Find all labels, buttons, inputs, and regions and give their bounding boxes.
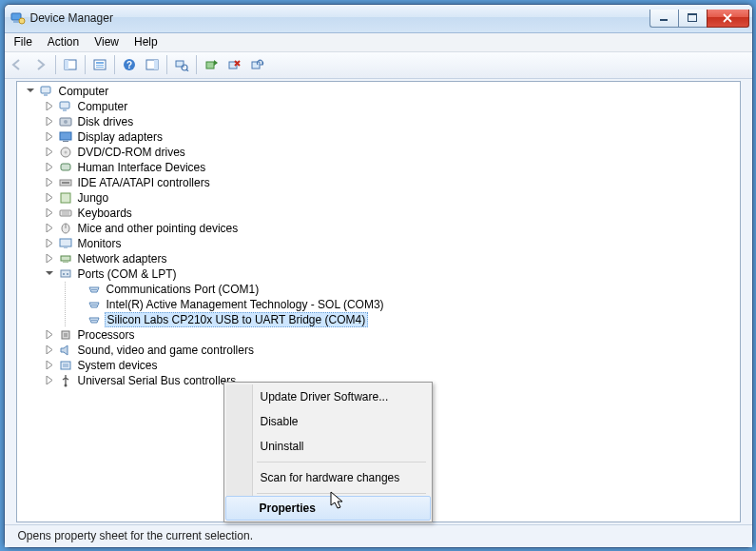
tree-item[interactable]: Monitors (17, 236, 740, 251)
maximize-button[interactable] (678, 10, 707, 28)
tree-item-label: Silicon Labs CP210x USB to UART Bridge (… (105, 312, 369, 327)
forward-button[interactable] (30, 54, 51, 75)
collapse-icon[interactable] (44, 267, 56, 280)
tree-port-item[interactable]: Silicon Labs CP210x USB to UART Bridge (… (17, 312, 740, 327)
uninstall-button[interactable] (223, 54, 244, 75)
back-button[interactable] (8, 54, 29, 75)
cm-scan-hardware[interactable]: Scan for hardware changes (226, 465, 430, 490)
expand-icon[interactable] (44, 344, 56, 356)
ports-icon (58, 266, 73, 282)
svg-point-50 (95, 288, 97, 290)
tree-item[interactable]: Sound, video and game controllers (17, 343, 740, 358)
cm-properties[interactable]: Properties (225, 496, 431, 521)
svg-point-54 (91, 319, 93, 321)
tree-item[interactable]: Keyboards (17, 206, 740, 221)
tree-item-label: Sound, video and game controllers (76, 344, 256, 357)
tree-item[interactable]: Computer (17, 99, 740, 114)
collapse-icon[interactable] (25, 85, 37, 97)
svg-point-46 (63, 273, 65, 275)
expand-icon[interactable] (44, 130, 56, 143)
tree-item[interactable]: Network adapters (17, 251, 740, 266)
expand-icon[interactable] (44, 207, 56, 219)
tree-item-label: Jungo (76, 191, 111, 205)
titlebar[interactable]: Device Manager (5, 5, 752, 33)
tree-item-label: Human Interface Devices (76, 161, 208, 174)
tree-item[interactable]: Jungo (17, 190, 740, 206)
tree-item[interactable]: Human Interface Devices (17, 160, 740, 175)
menu-help[interactable]: Help (126, 33, 165, 50)
cm-uninstall[interactable]: Uninstall (226, 434, 430, 459)
tree-item-label: Disk drives (76, 115, 136, 128)
svg-point-55 (93, 319, 95, 321)
tree-item-label: Monitors (76, 237, 124, 250)
tree-root-label: Computer (57, 85, 111, 98)
svg-rect-25 (63, 109, 67, 111)
keyboard-icon (58, 206, 73, 221)
monitor-icon (58, 236, 73, 251)
expand-icon[interactable] (44, 374, 56, 386)
menubar: File Action View Help (5, 33, 752, 52)
expand-icon[interactable] (44, 328, 56, 341)
svg-rect-36 (60, 210, 71, 216)
tree-item-label: Ports (COM & LPT) (76, 267, 179, 281)
cm-disable[interactable]: Disable (226, 409, 430, 434)
tree-item[interactable]: System devices (17, 358, 740, 373)
expand-icon[interactable] (44, 115, 56, 128)
device-manager-icon (10, 10, 26, 26)
tree-item-label: System devices (76, 359, 160, 372)
tree-item[interactable]: Disk drives (17, 114, 740, 129)
device-tree[interactable]: Computer ComputerDisk drivesDisplay adap… (17, 84, 740, 388)
expand-icon[interactable] (44, 176, 56, 188)
tree-item-label: Keyboards (76, 207, 134, 220)
show-hide-console-tree-button[interactable] (60, 54, 81, 75)
expand-icon[interactable] (44, 146, 56, 158)
expand-icon[interactable] (44, 237, 56, 249)
tree-item[interactable]: IDE ATA/ATAPI controllers (17, 175, 740, 190)
tree-item[interactable]: Mice and other pointing devices (17, 221, 740, 236)
expand-icon[interactable] (44, 222, 56, 234)
svg-rect-34 (62, 182, 69, 184)
tree-root[interactable]: Computer (17, 84, 740, 99)
statusbar: Opens property sheet for the current sel… (5, 524, 752, 547)
tree-item[interactable]: Display adapters (17, 129, 740, 145)
jungo-icon (58, 190, 73, 206)
expand-icon[interactable] (44, 359, 56, 371)
minimize-button[interactable] (649, 10, 678, 28)
menu-action[interactable]: Action (40, 33, 87, 50)
svg-rect-29 (63, 141, 68, 142)
disable-button[interactable] (246, 54, 267, 75)
tree-port-item[interactable]: Intel(R) Active Management Technology - … (17, 297, 740, 312)
menu-file[interactable]: File (7, 33, 40, 50)
tree-item[interactable]: DVD/CD-ROM drives (17, 145, 740, 160)
close-button[interactable] (707, 10, 749, 28)
help-button[interactable]: ? (119, 54, 140, 75)
update-driver-button[interactable] (201, 54, 222, 75)
tree-ports[interactable]: Ports (COM & LPT) (17, 266, 740, 282)
expand-icon[interactable] (44, 252, 56, 265)
svg-point-52 (93, 304, 95, 305)
tree-item-label: Processors (76, 328, 137, 342)
expand-icon[interactable] (44, 100, 56, 112)
port-icon (87, 312, 102, 327)
svg-rect-44 (63, 261, 68, 263)
svg-point-27 (64, 120, 68, 124)
cm-update-driver[interactable]: Update Driver Software... (226, 384, 430, 409)
tree-item[interactable]: Processors (17, 327, 740, 343)
svg-rect-58 (64, 333, 68, 337)
dvd-icon (58, 145, 73, 160)
expand-icon[interactable] (44, 161, 56, 173)
svg-rect-45 (61, 270, 70, 277)
svg-rect-42 (64, 247, 68, 248)
properties-button[interactable] (89, 54, 110, 75)
svg-rect-22 (41, 87, 50, 93)
svg-point-47 (67, 273, 68, 275)
action-pane-button[interactable] (142, 54, 163, 75)
tree-item-label: Network adapters (76, 252, 169, 266)
tree-port-item[interactable]: Communications Port (COM1) (17, 282, 740, 297)
sound-icon (58, 343, 73, 358)
expand-icon[interactable] (44, 191, 56, 204)
svg-rect-10 (96, 65, 104, 66)
svg-rect-7 (65, 60, 68, 69)
scan-hardware-button[interactable] (171, 54, 192, 75)
menu-view[interactable]: View (87, 33, 126, 50)
